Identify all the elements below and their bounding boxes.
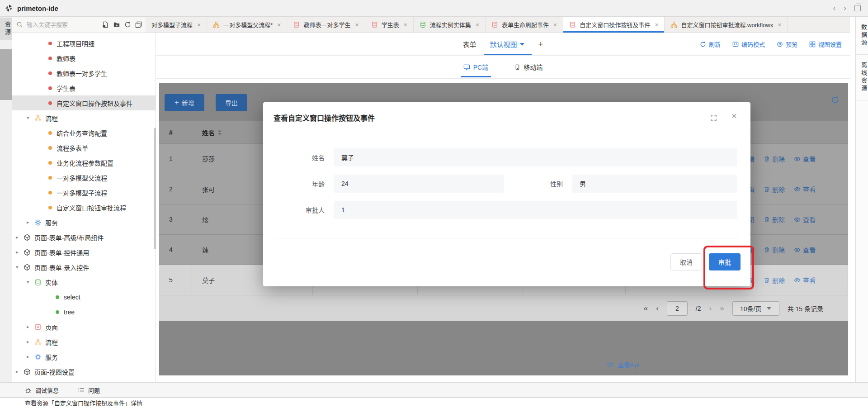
- view-selector[interactable]: 默认视图: [490, 39, 524, 49]
- tree-item[interactable]: 流程多表单: [12, 140, 156, 155]
- view-row-button[interactable]: 查看: [794, 185, 816, 194]
- view-row-button[interactable]: 查看: [794, 245, 816, 254]
- collapse-arrow-icon[interactable]: [16, 369, 24, 375]
- col-header-num[interactable]: #: [159, 121, 192, 143]
- tree-item[interactable]: 服务: [12, 349, 156, 364]
- delete-row-button[interactable]: 删除: [764, 215, 785, 224]
- tab-close-icon[interactable]: [355, 21, 359, 28]
- approver-field[interactable]: 1: [334, 201, 737, 219]
- collapse-arrow-icon[interactable]: [16, 234, 24, 240]
- last-page-button[interactable]: »: [720, 304, 724, 313]
- add-view-button[interactable]: +: [538, 39, 543, 49]
- tree-item[interactable]: 页面-表单-高级/布局组件: [12, 230, 156, 245]
- tree-item[interactable]: 教师表一对多学生: [12, 66, 156, 81]
- editor-tab[interactable]: 自定义窗口操作按钮及事件: [563, 17, 665, 33]
- editor-tab[interactable]: 流程实例实体集: [414, 17, 486, 33]
- collapse-arrow-icon[interactable]: [27, 324, 34, 330]
- tree-item[interactable]: 实体: [12, 275, 156, 289]
- prev-page-button[interactable]: ‹: [656, 304, 659, 313]
- tree-item[interactable]: 自定义窗口按钮审批流程: [12, 200, 156, 215]
- collapse-arrow-icon[interactable]: [27, 339, 34, 345]
- tab-mobile-view[interactable]: 移动端: [514, 62, 542, 71]
- close-dialog-icon[interactable]: ×: [731, 110, 737, 121]
- restore-window-icon[interactable]: [854, 5, 861, 11]
- expand-arrow-icon[interactable]: [27, 115, 34, 121]
- tree-item[interactable]: tree: [12, 304, 156, 319]
- editor-tab[interactable]: 对多模型子流程: [146, 17, 207, 33]
- next-page-button[interactable]: ›: [709, 304, 712, 313]
- tree-item[interactable]: 流程: [12, 110, 156, 125]
- tree-item[interactable]: 教师表: [12, 51, 156, 66]
- preview-button[interactable]: 预览: [777, 40, 797, 48]
- editor-tab[interactable]: 教师表一对多学生: [287, 17, 365, 33]
- nav-forward-icon[interactable]: ›: [844, 4, 846, 13]
- tree-item[interactable]: 服务: [12, 215, 156, 230]
- view-row-button[interactable]: 查看: [794, 154, 816, 163]
- code-mode-button[interactable]: 编码模式: [732, 40, 765, 48]
- datasource-panel-tab[interactable]: 数据源: [856, 17, 868, 55]
- tree-item[interactable]: 一对多模型父流程: [12, 170, 156, 185]
- view-row-button[interactable]: 查看: [794, 275, 816, 285]
- tree-item[interactable]: 页面: [12, 319, 156, 334]
- view-row-button[interactable]: 查看: [794, 215, 816, 224]
- refresh-tree-icon[interactable]: [124, 21, 131, 28]
- sort-icons[interactable]: [218, 130, 222, 135]
- new-folder-icon[interactable]: [113, 21, 120, 28]
- collapse-arrow-icon[interactable]: [16, 249, 24, 255]
- search-input[interactable]: [26, 21, 102, 28]
- tree-item[interactable]: 流程: [12, 334, 156, 349]
- collapse-all-icon[interactable]: [135, 21, 142, 28]
- delete-row-button[interactable]: 删除: [764, 154, 785, 163]
- tree-item[interactable]: 结合业务查询配置: [12, 125, 156, 140]
- resources-panel-tab[interactable]: 资源: [0, 18, 12, 40]
- table-refresh-icon[interactable]: [831, 96, 839, 104]
- view-settings-button[interactable]: 视图设置: [809, 40, 842, 48]
- left-strip-scroll-thumb[interactable]: [0, 49, 12, 100]
- tab-close-icon[interactable]: [277, 21, 281, 28]
- add-record-button[interactable]: 新增: [165, 94, 204, 111]
- view-api-link[interactable]: 查看Api: [607, 360, 639, 369]
- tab-close-icon[interactable]: [778, 21, 781, 28]
- tree-item[interactable]: 页面-表单-录入控件: [12, 260, 156, 275]
- tab-close-icon[interactable]: [655, 21, 658, 28]
- tree-item[interactable]: 一对多模型子流程: [12, 185, 156, 200]
- collapse-arrow-icon[interactable]: [27, 219, 34, 225]
- tab-close-icon[interactable]: [553, 21, 557, 28]
- expand-arrow-icon[interactable]: [16, 264, 24, 270]
- editor-tab[interactable]: 学生表: [365, 17, 414, 33]
- delete-row-button[interactable]: 删除: [764, 275, 785, 285]
- delete-row-button[interactable]: 删除: [764, 185, 785, 194]
- tree-item[interactable]: 业务化流程参数配置: [12, 155, 156, 170]
- new-file-icon[interactable]: [102, 21, 109, 28]
- age-field[interactable]: 24: [334, 175, 504, 193]
- page-size-select[interactable]: 10条/页: [732, 301, 779, 316]
- refresh-button[interactable]: 刷新: [700, 40, 721, 48]
- tree-item[interactable]: 工程项目明细: [12, 36, 156, 51]
- debug-info-tab[interactable]: 调试信息: [25, 386, 59, 394]
- editor-tab[interactable]: 表单生命周起事件: [486, 17, 563, 33]
- tab-close-icon[interactable]: [476, 21, 479, 28]
- collapse-arrow-icon[interactable]: [27, 354, 34, 360]
- problems-tab[interactable]: 问题: [78, 386, 100, 394]
- export-button[interactable]: 导出: [216, 94, 247, 111]
- tab-close-icon[interactable]: [404, 21, 407, 28]
- tab-pc-view[interactable]: PC端: [463, 62, 488, 71]
- tree-item[interactable]: 自定义窗口操作按钮及事件: [12, 95, 156, 110]
- nav-back-icon[interactable]: ‹: [833, 4, 836, 13]
- delete-row-button[interactable]: 删除: [764, 245, 785, 254]
- name-field[interactable]: 莫子: [334, 148, 737, 166]
- offline-resources-panel-tab[interactable]: 离线资源: [856, 55, 868, 100]
- cancel-button[interactable]: 取消: [670, 253, 702, 270]
- current-page-input[interactable]: 2: [667, 301, 688, 316]
- tab-close-icon[interactable]: [197, 21, 201, 28]
- tree-item[interactable]: select: [12, 289, 156, 304]
- editor-tab[interactable]: 自定义窗口按钮审批流程.workflowx: [665, 17, 788, 33]
- expand-arrow-icon[interactable]: [27, 279, 34, 285]
- maximize-dialog-icon[interactable]: [710, 114, 717, 121]
- gender-field[interactable]: 男: [572, 175, 737, 193]
- tree-item[interactable]: 页面-视图设置: [12, 364, 156, 379]
- editor-tab[interactable]: 一对多模型父流程*: [207, 17, 287, 33]
- first-page-button[interactable]: «: [644, 304, 648, 313]
- tree-item[interactable]: 页面-表单-控件通用: [12, 245, 156, 260]
- tree-item[interactable]: 学生表: [12, 81, 156, 95]
